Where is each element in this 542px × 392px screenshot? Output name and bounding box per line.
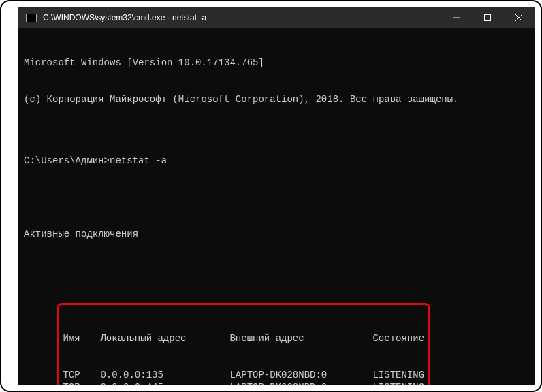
cell-remote: LAPTOP-DK028NBD:0 <box>229 369 372 381</box>
blank-line <box>24 191 529 203</box>
table-rows: TCP0.0.0.0:135LAPTOP-DK028NBD:0LISTENING… <box>63 369 424 385</box>
cell-state: LISTENING <box>372 369 424 381</box>
blank-line <box>24 265 529 277</box>
screenshot-frame: C:\WINDOWS\system32\cmd.exe - netstat -a… <box>0 0 542 392</box>
cell-local: 0.0.0.0:135 <box>100 369 229 381</box>
command-text: netstat -a <box>110 155 167 166</box>
cell-remote: LAPTOP-DK028NBD:0 <box>229 381 372 385</box>
cmd-window: C:\WINDOWS\system32\cmd.exe - netstat -a… <box>18 7 535 385</box>
table-row: TCP0.0.0.0:445LAPTOP-DK028NBD:0LISTENING <box>63 381 424 385</box>
terminal-body[interactable]: Microsoft Windows [Version 10.0.17134.76… <box>18 28 535 385</box>
section-title: Активные подключения <box>24 228 529 240</box>
window-title: C:\WINDOWS\system32\cmd.exe - netstat -a <box>43 13 441 22</box>
banner-line-1: Microsoft Windows [Version 10.0.17134.76… <box>24 56 529 69</box>
cell-state: LISTENING <box>372 381 424 385</box>
titlebar[interactable]: C:\WINDOWS\system32\cmd.exe - netstat -a <box>18 7 535 28</box>
netstat-highlight: ИмяЛокальный адресВнешний адресСостояние… <box>57 303 430 385</box>
table-header-row: ИмяЛокальный адресВнешний адресСостояние <box>63 332 424 344</box>
close-icon <box>515 14 522 21</box>
header-local: Локальный адрес <box>100 332 229 344</box>
cell-proto: TCP <box>63 381 100 385</box>
header-remote: Внешний адрес <box>229 332 372 344</box>
table-row: TCP0.0.0.0:135LAPTOP-DK028NBD:0LISTENING <box>63 369 424 381</box>
minimize-button[interactable] <box>441 7 472 28</box>
header-proto: Имя <box>63 332 100 344</box>
window-controls <box>441 7 535 28</box>
cell-local: 0.0.0.0:445 <box>100 381 229 385</box>
prompt-line: C:\Users\Админ>netstat -a <box>24 154 529 167</box>
svg-rect-1 <box>485 15 491 21</box>
close-button[interactable] <box>503 7 535 28</box>
maximize-icon <box>484 14 491 21</box>
minimize-icon <box>453 14 460 21</box>
header-state: Состояние <box>372 332 424 344</box>
banner-line-2: (c) Корпорация Майкрософт (Microsoft Cor… <box>24 93 529 105</box>
cmd-icon <box>25 13 37 22</box>
prompt-text: C:\Users\Админ> <box>24 155 110 166</box>
maximize-button[interactable] <box>472 7 503 28</box>
cell-proto: TCP <box>63 369 100 381</box>
